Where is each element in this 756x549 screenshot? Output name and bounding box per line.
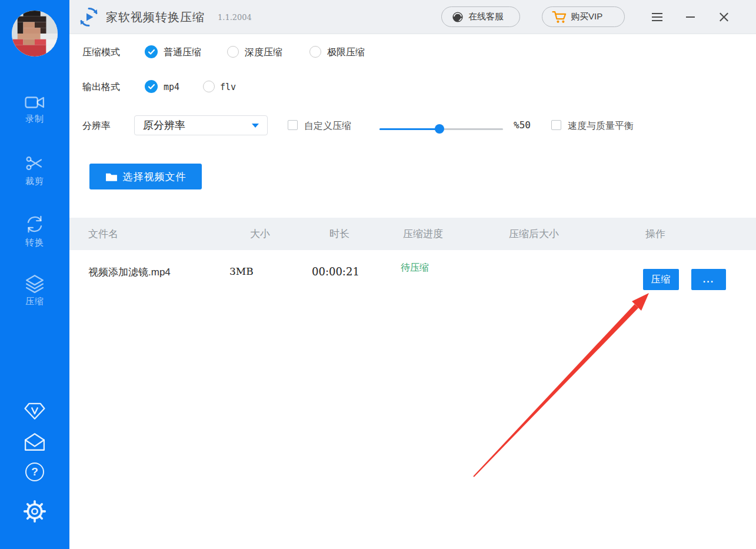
buy-vip-button[interactable]: 购买VIP — [542, 6, 625, 27]
titlebar: 家软视频转换压缩 1.1.2004 在线客服 购买VIP — [69, 0, 756, 34]
radio-normal-compress[interactable] — [145, 45, 158, 58]
radio-normal-compress-label[interactable]: 普通压缩 — [164, 46, 201, 59]
sidebar-help-button[interactable]: ? — [0, 463, 69, 481]
minimize-icon — [686, 16, 695, 18]
mail-icon — [24, 432, 45, 451]
sidebar-item-convert[interactable]: 转换 — [0, 214, 69, 248]
radio-extreme-compress-label[interactable]: 极限压缩 — [327, 46, 365, 59]
select-video-file-label: 选择视频文件 — [123, 170, 186, 184]
radio-format-mp4-label[interactable]: mp4 — [164, 82, 179, 92]
avatar[interactable] — [12, 11, 58, 56]
slider-value-label: %50 — [514, 119, 531, 131]
balance-label[interactable]: 速度与质量平衡 — [568, 120, 634, 132]
sidebar-feedback-button[interactable] — [0, 432, 69, 451]
sidebar-item-compress[interactable]: 压缩 — [0, 274, 69, 307]
settings-gear-icon — [23, 500, 46, 523]
app-title: 家软视频转换压缩 — [106, 0, 205, 34]
more-options-button[interactable]: ... — [691, 269, 726, 290]
file-duration: 00:00:21 — [312, 265, 359, 278]
sidebar-settings-button[interactable] — [0, 500, 69, 523]
online-support-button[interactable]: 在线客服 — [441, 6, 520, 27]
sidebar-item-label: 转换 — [25, 237, 44, 248]
help-glyph: ? — [31, 465, 38, 478]
window-close-button[interactable] — [714, 8, 733, 26]
radio-format-flv-label[interactable]: flv — [220, 82, 236, 92]
col-compressed-size: 压缩后大小 — [509, 218, 559, 250]
col-actions: 操作 — [645, 218, 665, 250]
help-icon: ? — [25, 463, 44, 481]
sidebar-item-cut[interactable]: 裁剪 — [0, 154, 69, 187]
radio-deep-compress[interactable] — [227, 46, 239, 58]
vip-diamond-icon — [24, 402, 45, 420]
col-progress: 压缩进度 — [403, 218, 443, 250]
radio-format-mp4[interactable] — [145, 80, 158, 93]
check-icon — [148, 49, 155, 55]
radio-extreme-compress[interactable] — [309, 46, 321, 58]
file-size: 3MB — [229, 265, 254, 277]
col-size: 大小 — [250, 218, 270, 250]
select-video-file-button[interactable]: 选择视频文件 — [89, 164, 202, 189]
sidebar-item-record[interactable]: 录制 — [0, 94, 69, 125]
table-row: 视频添加滤镜.mp4 3MB 00:00:21 待压缩 压缩 ... — [69, 250, 756, 291]
app-window: 录制 裁剪 转换 压缩 — [0, 0, 756, 549]
window-minimize-button[interactable] — [681, 8, 700, 26]
col-filename: 文件名 — [88, 218, 118, 250]
layers-icon — [25, 274, 45, 293]
compress-ratio-slider[interactable] — [379, 124, 503, 134]
compress-button[interactable]: 压缩 — [643, 269, 679, 290]
balance-checkbox[interactable] — [551, 120, 561, 130]
resolution-value: 原分辨率 — [143, 118, 185, 132]
output-format-label: 输出格式 — [82, 81, 120, 94]
radio-deep-compress-label[interactable]: 深度压缩 — [245, 46, 282, 59]
sidebar: 录制 裁剪 转换 压缩 — [0, 0, 69, 549]
close-icon — [719, 12, 729, 22]
chevron-down-icon — [252, 124, 259, 128]
video-camera-icon — [25, 94, 45, 111]
slider-fill — [379, 128, 439, 130]
check-icon — [148, 84, 155, 90]
custom-compress-checkbox[interactable] — [288, 120, 298, 130]
sidebar-item-label: 裁剪 — [25, 176, 44, 187]
compress-mode-label: 压缩模式 — [82, 46, 120, 59]
col-duration: 时长 — [329, 218, 349, 250]
app-logo-icon — [78, 6, 99, 28]
slider-thumb[interactable] — [435, 124, 444, 134]
headset-icon — [451, 11, 464, 24]
buy-vip-label: 购买VIP — [571, 11, 602, 22]
main-panel: 压缩模式 普通压缩 深度压缩 极限压缩 输出格式 mp4 flv 分辨率 原分辨… — [69, 34, 756, 549]
sidebar-item-label: 压缩 — [25, 296, 44, 307]
custom-compress-label[interactable]: 自定义压缩 — [304, 120, 351, 132]
file-name: 视频添加滤镜.mp4 — [88, 265, 171, 279]
sidebar-item-label: 录制 — [25, 114, 44, 125]
avatar-image — [12, 11, 58, 56]
status-badge: 待压缩 — [401, 262, 429, 274]
resolution-label: 分辨率 — [82, 120, 111, 132]
resolution-select[interactable]: 原分辨率 — [134, 115, 268, 135]
hamburger-menu-icon — [652, 16, 662, 18]
folder-icon — [105, 172, 118, 182]
app-version: 1.1.2004 — [218, 0, 252, 35]
convert-arrows-icon — [25, 214, 45, 234]
radio-format-flv[interactable] — [203, 81, 215, 92]
online-support-label: 在线客服 — [468, 11, 504, 22]
sidebar-vip-button[interactable] — [0, 402, 69, 420]
table-header: 文件名 大小 时长 压缩进度 压缩后大小 操作 — [69, 218, 756, 250]
scissors-icon — [25, 154, 44, 173]
window-menu-button[interactable] — [648, 8, 667, 26]
shopping-cart-icon — [552, 10, 567, 24]
